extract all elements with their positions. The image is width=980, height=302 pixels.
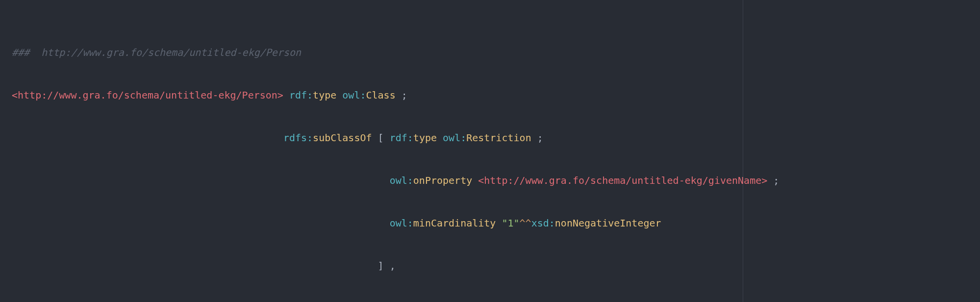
comment-text: http://www.gra.fo/schema/untitled-ekg/Pe… [41,47,301,58]
editor-ruler [743,0,743,302]
code-line: owl:minCardinality "1"^^xsd:nonNegativeI… [12,216,980,230]
comment-marker: ### [12,47,41,58]
literal-value: "1" [502,217,519,229]
code-line: ] , [12,259,980,273]
code-line: rdfs:subClassOf [ rdf:type owl:Restricti… [12,131,980,145]
code-line: ### http://www.gra.fo/schema/untitled-ek… [12,46,980,60]
code-line: <http://www.gra.fo/schema/untitled-ekg/P… [12,88,980,102]
subject-iri: <http://www.gra.fo/schema/untitled-ekg/P… [12,89,283,101]
code-editor[interactable]: ### http://www.gra.fo/schema/untitled-ek… [0,0,980,302]
code-line: owl:onProperty <http://www.gra.fo/schema… [12,174,980,188]
property-iri: <http://www.gra.fo/schema/untitled-ekg/g… [478,175,767,186]
